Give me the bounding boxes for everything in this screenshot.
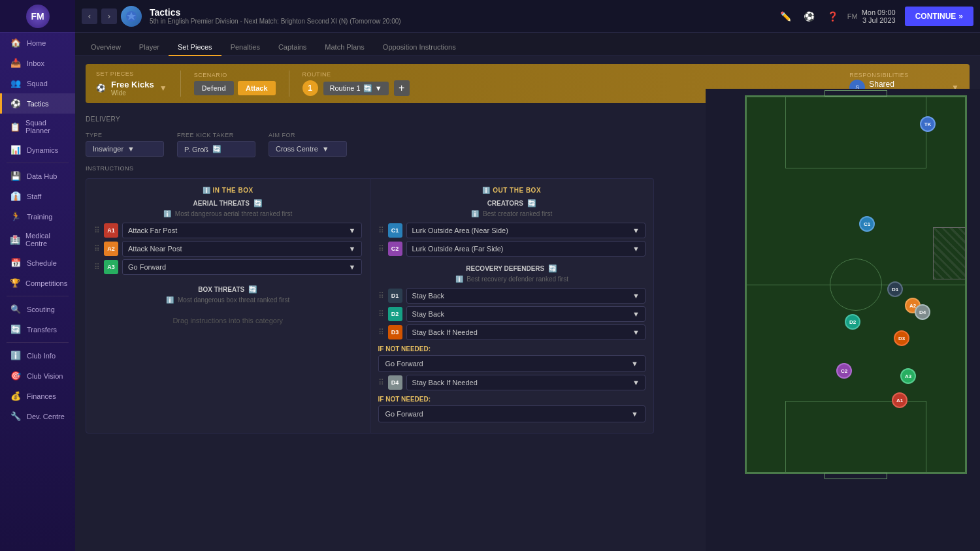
page-subtitle: 5th in English Premier Division - Next M… [150,18,773,25]
free-kick-taker-dropdown[interactable]: P. Groß 🔄 [177,141,255,157]
badge-d2: D2 [388,307,402,321]
sidebar-item-finances[interactable]: 💰 Finances [0,386,75,406]
free-kick-taker-value: P. Groß [184,146,208,153]
sidebar-item-schedule[interactable]: 📅 Schedule [0,253,75,273]
sidebar-item-competitions[interactable]: 🏆 Competitions [0,273,75,293]
instruction-dropdown-d1[interactable]: Stay Back ▼ [406,288,646,304]
sidebar-item-club-info[interactable]: ℹ️ Club Info [0,345,75,366]
hint-icon-rd: ℹ️ [455,276,463,283]
drag-handle-a3[interactable]: ⠿ [94,262,100,272]
attack-button[interactable]: Attack [238,81,276,95]
sidebar-label-tactics: Tactics [27,100,49,108]
box-threats-title: BOX THREATS [198,286,244,293]
instruction-dropdown-d2[interactable]: Stay Back ▼ [406,306,646,322]
sidebar-logo: FM [0,0,75,33]
recovery-defenders-refresh-icon[interactable]: 🔄 [548,264,557,273]
sidebar-label-dynamics: Dynamics [27,146,58,154]
help-tactics-icon[interactable]: ⚽ [800,7,819,25]
instruction-dropdown-d3[interactable]: Stay Back If Needed ▼ [406,324,646,340]
continue-button[interactable]: CONTINUE » [905,7,973,26]
datetime-day: Mon 09:00 [862,8,896,16]
free-kick-taker-field: FREE KICK TAKER P. Groß 🔄 [177,132,255,157]
sidebar-item-squad[interactable]: 👥 Squad [0,73,75,93]
sidebar-item-club-vision[interactable]: 🎯 Club Vision [0,366,75,386]
instruction-row-c1: ⠿ C1 Lurk Outside Area (Near Side) ▼ [378,223,646,238]
d4-if-not-dropdown[interactable]: Go Forward ▼ [378,405,646,422]
d3-if-not-label: IF NOT NEEDED: [378,345,646,353]
sidebar-item-staff[interactable]: 👔 Staff [0,186,75,206]
drag-handle-d4[interactable]: ⠿ [378,378,384,387]
sidebar-item-home[interactable]: 🏠 Home [0,33,75,53]
sidebar-item-training[interactable]: 🏃 Training [0,206,75,227]
sidebar-item-dev-centre[interactable]: 🔧 Dev. Centre [0,406,75,426]
aerial-threats-refresh-icon[interactable]: 🔄 [253,199,263,208]
dropdown-chevron-d4: ▼ [632,379,640,386]
fkt-refresh-icon: 🔄 [212,145,221,153]
sidebar-item-tactics[interactable]: ⚽ Tactics [0,93,75,114]
creators-refresh-icon[interactable]: 🔄 [527,199,536,208]
tab-match-plans[interactable]: Match Plans [316,39,374,56]
recovery-defenders-area: RECOVERY DEFENDERS 🔄 ℹ️ Best recovery de… [378,264,646,422]
forward-button[interactable]: › [101,8,117,24]
sidebar-item-data-hub[interactable]: 💾 Data Hub [0,166,75,186]
instruction-value-d2: Stay Back [412,310,445,318]
free-kicks-dropdown-btn[interactable]: ▼ [159,84,167,93]
instruction-dropdown-a1[interactable]: Attack Far Post ▼ [122,223,362,238]
tab-opposition-instructions[interactable]: Opposition Instructions [374,39,465,56]
sidebar-item-medical[interactable]: 🏥 Medical Centre [0,227,75,253]
drag-handle-c1[interactable]: ⠿ [378,226,384,235]
sidebar-item-scouting[interactable]: 🔍 Scouting [0,299,75,319]
badge-c2: C2 [388,242,402,256]
drag-handle-d1[interactable]: ⠿ [378,291,384,300]
tab-overview[interactable]: Overview [82,39,130,56]
d4-if-not-needed: IF NOT NEEDED: Go Forward ▼ [378,396,646,422]
instruction-dropdown-a3[interactable]: Go Forward ▼ [122,259,362,275]
edit-icon[interactable]: ✏️ [777,7,795,25]
defend-button[interactable]: Defend [194,81,234,95]
instruction-row-d1: ⠿ D1 Stay Back ▼ [378,288,646,304]
aim-for-dropdown[interactable]: Cross Centre ▼ [269,141,347,157]
sidebar-item-squad-planner[interactable]: 📋 Squad Planner [0,114,75,140]
sidebar-label-schedule: Schedule [27,259,57,267]
scenario-buttons: Defend Attack [194,81,276,95]
back-button[interactable]: ‹ [82,8,97,24]
d4-if-not-value: Go Forward [385,410,423,418]
tab-player[interactable]: Player [130,39,169,56]
drag-handle-a1[interactable]: ⠿ [94,226,100,235]
instruction-dropdown-d4[interactable]: Stay Back If Needed ▼ [406,375,646,390]
aerial-threats-header: AERIAL THREATS 🔄 [94,199,362,208]
help-icon[interactable]: ❓ [824,7,842,25]
inbox-icon: 📥 [10,58,22,68]
creators-header: CREATORS 🔄 [378,199,646,208]
sidebar-item-dynamics[interactable]: 📊 Dynamics [0,140,75,160]
instruction-dropdown-c1[interactable]: Lurk Outside Area (Near Side) ▼ [406,223,646,238]
info-icon-itb: ℹ️ [203,187,211,194]
drag-handle-a2[interactable]: ⠿ [94,244,100,253]
penalty-box-bottom [785,401,926,473]
fm-logo: FM [26,5,50,28]
instruction-dropdown-c2[interactable]: Lurk Outside Area (Far Side) ▼ [406,241,646,257]
add-routine-button[interactable]: + [394,80,410,96]
sidebar-item-inbox[interactable]: 📥 Inbox [0,53,75,73]
instruction-dropdown-a2[interactable]: Attack Near Post ▼ [122,241,362,257]
drag-handle-c2[interactable]: ⠿ [378,244,384,253]
tab-set-pieces[interactable]: Set Pieces [169,39,221,56]
d3-if-not-dropdown[interactable]: Go Forward ▼ [378,355,646,372]
sidebar-item-transfers[interactable]: 🔄 Transfers [0,319,75,339]
routine-selector[interactable]: Routine 1 🔄 ▼ [323,82,389,95]
free-kicks-value: Free Kicks [111,80,154,89]
box-threats-hint: ℹ️ Most dangerous box threat ranked firs… [94,296,362,304]
instruction-value-a1: Attack Far Post [128,227,177,234]
tab-penalties[interactable]: Penalties [221,39,269,56]
tab-captains[interactable]: Captains [269,39,316,56]
drag-handle-d3[interactable]: ⠿ [378,328,384,337]
badge-d3: D3 [388,325,402,339]
box-threats-refresh-icon[interactable]: 🔄 [248,285,257,294]
type-dropdown[interactable]: Inswinger ▼ [86,141,164,157]
instruction-value-c1: Lurk Outside Area (Near Side) [412,227,508,234]
divider-2 [289,71,289,97]
page-title: Tactics [150,7,773,18]
drag-handle-d2[interactable]: ⠿ [378,309,384,319]
aim-for-label: AIM FOR [269,132,347,138]
nav-tabs: Overview Player Set Pieces Penalties Cap… [75,33,980,56]
